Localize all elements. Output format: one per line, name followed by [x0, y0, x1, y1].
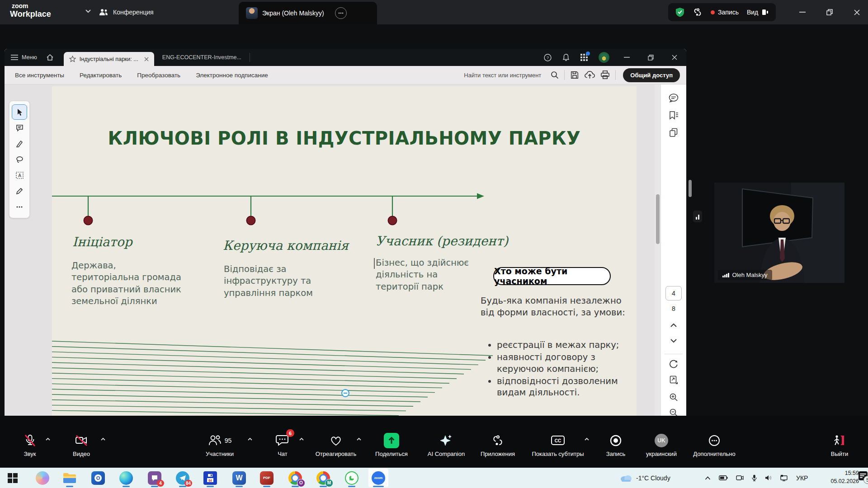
webcam-video[interactable]: Oleh Malskyy: [714, 183, 844, 283]
pdf-close-button[interactable]: [668, 55, 681, 60]
view-button[interactable]: Вид: [747, 9, 769, 16]
search-icon[interactable]: [551, 71, 559, 79]
rotate-refresh-icon[interactable]: [669, 359, 678, 368]
whatsapp-app[interactable]: [342, 469, 362, 487]
menu-convert[interactable]: Преобразовать: [129, 72, 188, 79]
outlook-app[interactable]: O: [88, 469, 108, 487]
edge-app[interactable]: [116, 469, 136, 487]
minimize-button[interactable]: [792, 0, 813, 24]
captions-chevron[interactable]: [584, 437, 590, 441]
chrome-profile-o-app[interactable]: O: [285, 469, 305, 487]
text-select-tool[interactable]: A: [12, 168, 27, 183]
share-screen-button[interactable]: Поделиться: [369, 432, 414, 457]
scrollbar-thumb[interactable]: [656, 194, 660, 244]
share-scroll-indicator[interactable]: [689, 180, 692, 197]
keyboard-language[interactable]: УКР: [796, 474, 808, 482]
current-page-input[interactable]: 4: [665, 286, 682, 300]
viber-app[interactable]: 4: [145, 469, 165, 487]
restore-button[interactable]: [819, 0, 840, 24]
share-access-button[interactable]: Общий доступ: [623, 68, 680, 82]
chat-chevron[interactable]: [299, 437, 304, 441]
audio-options-chevron[interactable]: [45, 437, 51, 441]
language-badge: UK: [655, 434, 668, 447]
layout-apps-icon[interactable]: [693, 8, 703, 17]
notifications-bell-icon[interactable]: [562, 53, 570, 61]
lasso-tool[interactable]: [12, 152, 27, 167]
pdf-tab-inactive[interactable]: ENG-ECOCENTER-Investme...: [154, 53, 250, 62]
save-icon[interactable]: [570, 70, 579, 80]
more-options-icon[interactable]: [335, 7, 347, 19]
apps-grid-icon[interactable]: [580, 54, 588, 61]
participants-chevron[interactable]: [247, 437, 253, 441]
clock[interactable]: 15:59 05.02.2026: [821, 469, 859, 485]
speaker-icon[interactable]: [765, 475, 772, 481]
video-options-chevron[interactable]: [100, 437, 106, 441]
notification-center[interactable]: 5: [859, 471, 868, 480]
captions-button[interactable]: CC Показать субтитры: [522, 432, 594, 457]
menu-esign[interactable]: Электронное подписание: [188, 72, 276, 79]
security-shield-icon[interactable]: [675, 7, 684, 17]
pdf-restore-button[interactable]: [644, 55, 657, 61]
fit-page-icon[interactable]: [669, 375, 678, 385]
pdf-minimize-button[interactable]: [620, 57, 633, 58]
pages-panel-icon[interactable]: [669, 128, 678, 137]
comment-tool[interactable]: [12, 121, 27, 135]
save-floppy-app[interactable]: 64: [200, 469, 220, 487]
weather-widget[interactable]: -1°C Cloudy: [620, 468, 670, 488]
recording-indicator[interactable]: Запись: [711, 9, 739, 16]
menu-edit[interactable]: Редактировать: [72, 72, 129, 79]
menu-all-tools[interactable]: Все инструменты: [7, 72, 72, 79]
start-button[interactable]: [3, 469, 23, 487]
participants-button[interactable]: 95 Участники: [193, 432, 247, 457]
search-input[interactable]: [463, 71, 545, 79]
close-tab-icon[interactable]: [144, 57, 149, 61]
network-display-icon[interactable]: [780, 475, 788, 481]
zoom-app[interactable]: zoom: [368, 469, 388, 487]
zoom-out-icon[interactable]: [669, 408, 678, 416]
fill-sign-tool[interactable]: [12, 184, 27, 198]
home-icon[interactable]: [46, 54, 54, 61]
apps-button[interactable]: Приложения: [473, 432, 523, 457]
upload-cloud-icon[interactable]: [585, 70, 595, 80]
panel-handle[interactable]: [693, 211, 702, 222]
tab-conference[interactable]: Конференция: [99, 5, 154, 20]
pdf-tab-active[interactable]: Індустріальні парки: ...: [64, 52, 154, 66]
copilot-app[interactable]: [33, 469, 52, 487]
record-button[interactable]: Запись: [595, 432, 636, 457]
close-button[interactable]: [846, 0, 867, 24]
word-app[interactable]: W: [229, 469, 249, 487]
more-button[interactable]: Дополнительно: [683, 432, 746, 457]
bookmarks-panel-icon[interactable]: [669, 111, 679, 120]
zoom-in-icon[interactable]: [669, 393, 678, 402]
ai-companion-button[interactable]: AI Companion: [419, 432, 473, 457]
react-button[interactable]: Отреагировать: [309, 432, 363, 457]
print-icon[interactable]: [600, 70, 610, 80]
page-up-button[interactable]: [670, 323, 677, 328]
interpretation-button[interactable]: UK украинский: [634, 432, 689, 457]
help-icon[interactable]: ?: [544, 54, 552, 61]
comments-panel-icon[interactable]: [669, 94, 679, 103]
camera-tray-icon[interactable]: [736, 475, 744, 481]
annotation-marker[interactable]: [341, 389, 349, 397]
audio-button[interactable]: Звук: [9, 432, 50, 457]
chevron-down-icon[interactable]: [85, 9, 91, 13]
more-tools[interactable]: [12, 200, 27, 214]
pdf-scrollbar[interactable]: [655, 84, 661, 416]
leave-button[interactable]: Выйти: [817, 432, 862, 457]
select-tool[interactable]: [12, 105, 27, 119]
tray-expand-chevron[interactable]: [705, 476, 711, 480]
pdf-menu-button[interactable]: Меню: [5, 54, 37, 61]
chrome-profile-m-app[interactable]: M: [313, 469, 333, 487]
pdf-editor-app[interactable]: PDF: [257, 469, 277, 487]
battery-icon[interactable]: [719, 475, 728, 480]
file-explorer-app[interactable]: [60, 469, 80, 487]
account-avatar[interactable]: [599, 52, 609, 63]
tab-screen-share[interactable]: Экран (Oleh Malskyy): [239, 2, 377, 24]
video-button[interactable]: Видео: [61, 432, 102, 457]
react-chevron[interactable]: [356, 437, 362, 441]
chat-button[interactable]: 6 Чат: [262, 432, 303, 457]
page-down-button[interactable]: [670, 338, 677, 343]
highlight-pen-tool[interactable]: [12, 136, 27, 151]
mic-tray-icon[interactable]: [752, 474, 757, 481]
telegram-app[interactable]: 84: [173, 469, 193, 487]
